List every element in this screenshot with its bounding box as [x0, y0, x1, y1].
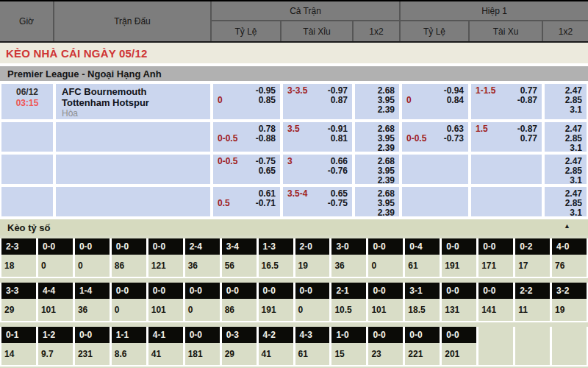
firsthalf-overunder-cell[interactable] [471, 187, 542, 216]
fulltime-overunder-cell[interactable]: 3.5-40.65-0.75 [283, 187, 352, 216]
score-odds-cell[interactable]: 101 [38, 299, 73, 321]
odds-line: 0-0.5-0.88 [218, 134, 276, 144]
score-odds-cell[interactable]: 19 [295, 255, 330, 277]
score-odds-row: 180086121365616.519360611911711776 [1, 255, 587, 277]
fulltime-handicap-cell[interactable]: 0-0.5-0.750.65 [213, 155, 280, 184]
match-date: 06/12 [16, 87, 38, 98]
firsthalf-overunder-cell[interactable]: 1-1.50.77-0.87 [471, 84, 542, 119]
firsthalf-1x2-cell[interactable]: 2.472.853.1 [545, 187, 587, 216]
score-odds-cell[interactable]: 17 [515, 255, 550, 277]
score-odds-cell[interactable]: 191 [259, 299, 293, 321]
score-odds-cell[interactable]: 18 [1, 255, 36, 277]
score-odds-cell[interactable]: 41 [259, 343, 293, 365]
header-group-fulltime: Cả Trận [212, 1, 401, 21]
score-odds-cell[interactable]: 36 [75, 299, 110, 321]
score-label-cell: 3-1 [405, 283, 440, 299]
score-odds-cell[interactable]: 29 [1, 299, 36, 321]
score-odds-cell[interactable]: 61 [405, 255, 440, 277]
firsthalf-1x2-cell[interactable]: 2.472.853.1 [545, 122, 587, 152]
firsthalf-handicap-cell[interactable]: 0.630-0.5-0.73 [402, 122, 468, 152]
score-odds-cell[interactable]: 131 [442, 299, 476, 321]
score-label-cell: 0-0 [222, 283, 257, 299]
score-odds-cell[interactable]: 201 [442, 343, 476, 365]
collapse-arrow-icon[interactable]: ▲ [564, 222, 570, 230]
score-odds-cell[interactable]: 19 [552, 299, 587, 321]
firsthalf-1x2-cell[interactable]: 2.472.853.1 [545, 155, 587, 184]
score-label-cell: 0-0 [478, 283, 513, 299]
score-odds-cell[interactable]: 0 [38, 255, 73, 277]
score-odds-cell[interactable]: 231 [75, 343, 110, 365]
score-label-cell: 0-0 [295, 283, 330, 299]
odds-value: 0.85 [259, 96, 276, 105]
score-odds-cell[interactable]: 0 [368, 255, 403, 277]
fulltime-handicap-cell[interactable]: -0.9500.85 [213, 84, 280, 119]
score-odds-cell[interactable]: 76 [552, 255, 587, 277]
odds-line: 0.87 [287, 96, 348, 105]
score-odds-cell[interactable]: 15 [331, 343, 366, 365]
betting-odds-page: Giờ Trận Đấu Cả Trận Hiệp 1 Tỷ Lệ Tài Xỉ… [0, 0, 588, 368]
score-label-cell: 0-0 [75, 238, 110, 255]
score-label-cell: 0-0 [442, 327, 476, 343]
score-odds-cell[interactable]: 8.6 [112, 343, 146, 365]
fulltime-overunder-cell[interactable]: 3-3.5-0.970.87 [283, 84, 352, 119]
firsthalf-1x2-cell[interactable]: 2.472.853.1 [545, 84, 587, 119]
fulltime-overunder-cell[interactable]: 3.5-0.910.81 [283, 122, 352, 152]
score-odds-cell[interactable]: 56 [222, 255, 257, 277]
fulltime-1x2-cell[interactable]: 2.683.952.39 [355, 84, 399, 119]
score-odds-cell[interactable]: 121 [148, 255, 183, 277]
score-odds-cell[interactable]: 0 [75, 255, 110, 277]
firsthalf-handicap-cell[interactable]: -0.9400.84 [402, 84, 468, 119]
score-label-cell: 0-0 [112, 283, 146, 299]
score-odds-cell[interactable]: 18.5 [405, 299, 440, 321]
firsthalf-overunder-cell[interactable]: 1.5-0.870.77 [471, 122, 542, 152]
handicap-value: 0-0.5 [218, 157, 237, 166]
score-odds-cell[interactable]: 41 [148, 343, 183, 365]
score-odds-cell [478, 343, 513, 365]
match-cell [56, 155, 210, 184]
score-odds-cell[interactable]: 101 [148, 299, 183, 321]
score-odds-cell[interactable]: 0 [295, 299, 330, 321]
score-odds-cell[interactable]: 14 [1, 343, 36, 365]
score-odds-cell[interactable]: 0 [112, 299, 146, 321]
score-odds-cell[interactable]: 10.5 [331, 299, 366, 321]
score-label-cell: 4-3 [295, 327, 330, 343]
score-odds-cell[interactable]: 23 [368, 343, 403, 365]
firsthalf-handicap-cell[interactable] [402, 187, 468, 216]
score-odds-cell[interactable]: 191 [442, 255, 476, 277]
firsthalf-handicap-cell[interactable] [402, 155, 468, 184]
fulltime-overunder-cell[interactable]: 30.66-0.76 [283, 155, 352, 184]
score-odds-cell[interactable]: 141 [478, 299, 513, 321]
score-odds-cell[interactable]: 61 [295, 343, 330, 365]
score-odds-cell[interactable]: 221 [405, 343, 440, 365]
time-cell [1, 122, 53, 152]
score-odds-cell[interactable]: 86 [112, 255, 146, 277]
score-odds-cell[interactable]: 11 [515, 299, 550, 321]
league-bar[interactable]: Premier League - Ngoại Hạng Anh [0, 66, 588, 81]
fulltime-handicap-cell[interactable]: 0.610.5-0.71 [213, 187, 280, 216]
odds-row: 0.610.5-0.713.5-40.65-0.752.683.952.392.… [0, 187, 588, 216]
time-cell: 06/1203:15 [1, 84, 53, 119]
score-odds-cell[interactable]: 9.7 [38, 343, 73, 365]
fulltime-1x2-cell[interactable]: 2.683.952.39 [355, 122, 399, 152]
score-odds-cell[interactable]: 29 [222, 343, 257, 365]
header-group-firsthalf: Hiệp 1 [401, 1, 588, 21]
odds-line: -0.87 [476, 96, 537, 105]
firsthalf-overunder-cell[interactable] [471, 155, 542, 184]
score-odds-cell[interactable]: 101 [368, 299, 403, 321]
correct-score-header[interactable]: Kèo tỷ số ▲ [0, 219, 588, 236]
fulltime-handicap-cell[interactable]: 0.780-0.5-0.88 [213, 122, 280, 152]
score-odds-cell[interactable]: 181 [185, 343, 220, 365]
score-odds-cell[interactable]: 0 [185, 299, 220, 321]
score-odds-cell[interactable]: 86 [222, 299, 257, 321]
handicap-value: 0-0.5 [406, 134, 426, 144]
fulltime-1x2-cell[interactable]: 2.683.952.39 [355, 155, 399, 184]
score-label-cell: 0-0 [405, 327, 440, 343]
score-odds-cell[interactable]: 171 [478, 255, 513, 277]
score-odds-cell[interactable]: 36 [185, 255, 220, 277]
score-odds-cell[interactable]: 36 [331, 255, 366, 277]
header-firsthalf-1x2: 1x2 [543, 21, 588, 41]
fulltime-1x2-cell[interactable]: 2.683.952.39 [355, 187, 399, 216]
score-odds-cell[interactable]: 16.5 [259, 255, 293, 277]
score-label-cell: 0-0 [442, 283, 476, 299]
match-cell: AFC BournemouthTottenham HotspurHòa [56, 84, 210, 119]
